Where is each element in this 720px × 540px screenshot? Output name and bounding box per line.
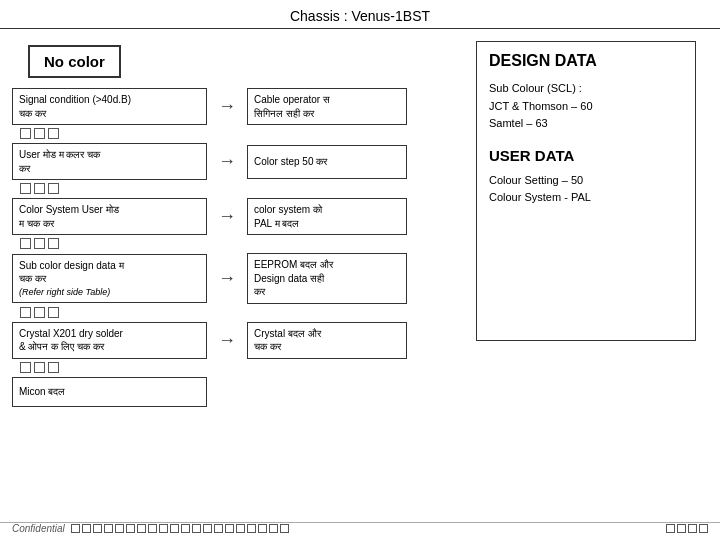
footer: Confidential — [0, 522, 720, 534]
flow-box-2-left: User मोड म कलर चक कर — [12, 143, 207, 180]
dot-13 — [20, 362, 31, 373]
arrow-1: → — [207, 96, 247, 117]
flow-box-4-right: EEPROM बदल और Design data सही कर — [247, 253, 407, 304]
design-panel: DESIGN DATA Sub Colour (SCL) : JCT & Tho… — [476, 41, 696, 341]
dot-3 — [48, 128, 59, 139]
dot-7 — [20, 238, 31, 249]
dot-6 — [48, 183, 59, 194]
footer-squares-left — [71, 524, 289, 533]
design-sub-colour: Sub Colour (SCL) : JCT & Thomson – 60 Sa… — [489, 80, 683, 133]
dot-9 — [48, 238, 59, 249]
footer-squares-right — [666, 524, 708, 533]
flow-box-3-right: color system को PAL म बदल — [247, 198, 407, 235]
arrow-4: → — [207, 268, 247, 289]
flow-box-final: Micon बदल — [12, 377, 207, 407]
flow-item-5: Crystal X201 dry solder & ओपन क लिए चक क… — [12, 322, 464, 376]
flow-item-3: Color System User मोड म चक कर → color sy… — [12, 198, 464, 252]
dot-14 — [34, 362, 45, 373]
flow-box-5-right: Crystal बदल और चक कर — [247, 322, 407, 359]
dot-11 — [34, 307, 45, 318]
flowchart-area: No color Signal condition (>40d.B) चक कर… — [8, 41, 468, 513]
dot-12 — [48, 307, 59, 318]
flow-box-4-left: Sub color design data म चक कर (Refer rig… — [12, 254, 207, 303]
dot-5 — [34, 183, 45, 194]
flow-item-final: Micon बदल — [12, 377, 464, 407]
user-data-title: USER DATA — [489, 147, 683, 164]
flow-box-1-right: Cable operator स सिगिनल सही कर — [247, 88, 407, 125]
dot-8 — [34, 238, 45, 249]
design-panel-title: DESIGN DATA — [489, 52, 683, 70]
flow-box-3-left: Color System User मोड म चक कर — [12, 198, 207, 235]
arrow-3: → — [207, 206, 247, 227]
flow-container: Signal condition (>40d.B) चक कर → Cable … — [12, 88, 464, 407]
flow-box-5-left: Crystal X201 dry solder & ओपन क लिए चक क… — [12, 322, 207, 359]
confidential-label: Confidential — [12, 523, 65, 534]
dot-1 — [20, 128, 31, 139]
user-data-sub: Colour Setting – 50 Colour System - PAL — [489, 172, 683, 207]
arrow-5: → — [207, 330, 247, 351]
flow-item-1: Signal condition (>40d.B) चक कर → Cable … — [12, 88, 464, 142]
page-title: Chassis : Venus-1BST — [0, 0, 720, 29]
arrow-2: → — [207, 151, 247, 172]
flow-item-4: Sub color design data म चक कर (Refer rig… — [12, 253, 464, 321]
flow-box-2-right: Color step 50 कर — [247, 145, 407, 179]
dot-2 — [34, 128, 45, 139]
no-color-box: No color — [28, 45, 121, 78]
dot-4 — [20, 183, 31, 194]
flow-item-2: User मोड म कलर चक कर → Color step 50 कर — [12, 143, 464, 197]
flow-box-1-left: Signal condition (>40d.B) चक कर — [12, 88, 207, 125]
dot-10 — [20, 307, 31, 318]
dot-15 — [48, 362, 59, 373]
